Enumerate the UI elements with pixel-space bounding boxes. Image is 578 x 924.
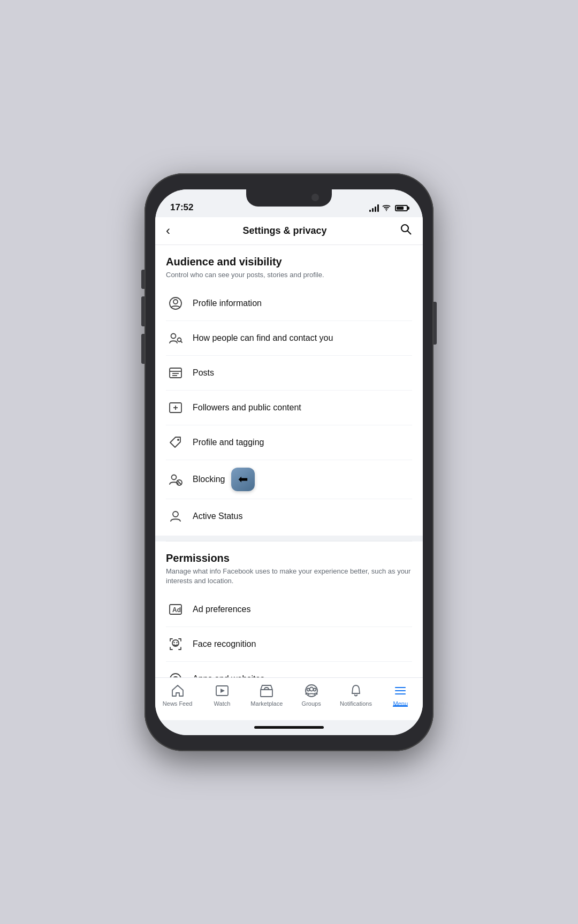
- svg-point-43: [307, 688, 309, 691]
- signal-icon: [369, 204, 379, 212]
- menu-item-ad-preferences[interactable]: Ad Ad preferences: [166, 592, 412, 627]
- nav-item-notifications[interactable]: Notifications: [333, 683, 378, 707]
- person-dot-icon: [166, 507, 185, 526]
- phone-screen: 17:52: [155, 189, 423, 735]
- scroll-area: Audience and visibility Control who can …: [155, 245, 423, 677]
- nav-label-watch: Watch: [214, 700, 231, 707]
- storefront-icon: [259, 683, 274, 698]
- section-permissions: Permissions Manage what info Facebook us…: [155, 541, 423, 677]
- svg-line-2: [408, 231, 412, 235]
- nav-item-news-feed[interactable]: News Feed: [155, 683, 200, 707]
- back-arrow-emoji: ⬅: [231, 468, 255, 491]
- menu-item-followers[interactable]: Followers and public content: [166, 391, 412, 425]
- menu-item-blocking[interactable]: Blocking ⬅: [166, 460, 412, 499]
- svg-point-44: [313, 688, 316, 691]
- status-bar: 17:52: [155, 189, 423, 217]
- menu-label-followers: Followers and public content: [193, 403, 301, 413]
- phone-frame: 17:52: [144, 173, 434, 751]
- svg-point-23: [173, 642, 174, 643]
- page-title: Settings & privacy: [242, 225, 326, 236]
- nav-label-notifications: Notifications: [340, 700, 372, 707]
- svg-rect-40: [261, 690, 272, 697]
- play-square-icon: [215, 683, 230, 698]
- notch: [246, 189, 332, 207]
- home-icon: [170, 683, 185, 698]
- menu-item-posts[interactable]: Posts: [166, 356, 412, 391]
- svg-point-24: [176, 642, 177, 643]
- svg-line-7: [181, 341, 182, 342]
- volume-up-button: [141, 296, 144, 326]
- front-camera: [311, 194, 319, 201]
- nav-item-groups[interactable]: Groups: [289, 683, 333, 707]
- nav-item-menu[interactable]: Menu: [378, 683, 423, 707]
- menu-active-indicator: [393, 705, 408, 707]
- section-permissions-subtitle: Manage what info Facebook uses to make y…: [166, 567, 412, 586]
- groups-circle-icon: [304, 683, 319, 698]
- menu-label-blocking: Blocking: [193, 475, 225, 484]
- search-button[interactable]: [399, 223, 412, 239]
- svg-point-4: [173, 300, 178, 304]
- person-circle-icon: [166, 294, 185, 313]
- followers-plus-icon: [166, 398, 185, 417]
- nav-item-watch[interactable]: Watch: [200, 683, 244, 707]
- menu-label-posts: Posts: [193, 368, 214, 378]
- menu-lines-icon: [393, 683, 408, 698]
- menu-item-apps-websites[interactable]: Apps and websites: [166, 662, 412, 677]
- svg-point-19: [173, 511, 178, 517]
- menu-item-find-contact[interactable]: How people can find and contact you: [166, 321, 412, 356]
- volume-mute-button: [141, 270, 144, 289]
- volume-down-button: [141, 334, 144, 364]
- home-indicator: [155, 720, 423, 735]
- nav-label-marketplace: Marketplace: [250, 700, 283, 707]
- nav-item-marketplace[interactable]: Marketplace: [245, 683, 289, 707]
- svg-text:Ad: Ad: [172, 606, 181, 614]
- page-header: ‹ Settings & privacy: [155, 217, 423, 245]
- menu-label-profile-info: Profile information: [193, 299, 262, 308]
- menu-label-profile-tagging: Profile and tagging: [193, 438, 264, 447]
- tag-icon: [166, 433, 185, 452]
- section-audience: Audience and visibility Control who can …: [155, 245, 423, 536]
- people-search-icon: [166, 329, 185, 348]
- svg-marker-39: [220, 689, 225, 693]
- section-audience-subtitle: Control who can see your posts, stories …: [166, 270, 412, 280]
- svg-point-0: [386, 210, 387, 211]
- menu-label-find-contact: How people can find and contact you: [193, 333, 333, 343]
- svg-point-42: [309, 687, 313, 691]
- svg-point-5: [171, 333, 176, 338]
- ad-box-icon: Ad: [166, 600, 185, 619]
- face-scan-icon: [166, 635, 185, 654]
- svg-rect-8: [170, 368, 181, 378]
- menu-label-active-status: Active Status: [193, 511, 242, 521]
- home-bar: [254, 726, 324, 729]
- bottom-navigation: News Feed Watch: [155, 677, 423, 720]
- menu-item-profile-info[interactable]: Profile information: [166, 286, 412, 321]
- svg-point-1: [401, 225, 408, 232]
- status-icons: [369, 204, 408, 213]
- blocking-label-row: Blocking ⬅: [193, 468, 412, 491]
- back-button[interactable]: ‹: [166, 223, 170, 238]
- menu-item-profile-tagging[interactable]: Profile and tagging: [166, 425, 412, 460]
- nav-label-news-feed: News Feed: [163, 700, 193, 707]
- refresh-circle-icon: [166, 669, 185, 677]
- power-button: [434, 302, 437, 345]
- svg-point-16: [172, 475, 177, 479]
- section-audience-title: Audience and visibility: [166, 256, 412, 268]
- menu-label-face-recognition: Face recognition: [193, 639, 256, 649]
- bell-icon: [348, 683, 363, 698]
- section-permissions-title: Permissions: [166, 552, 412, 564]
- menu-item-face-recognition[interactable]: Face recognition: [166, 627, 412, 662]
- posts-box-icon: [166, 363, 185, 383]
- wifi-icon: [382, 204, 391, 213]
- status-time: 17:52: [170, 202, 193, 213]
- menu-label-ad-preferences: Ad preferences: [193, 605, 251, 614]
- battery-icon: [395, 205, 408, 211]
- menu-item-active-status[interactable]: Active Status: [166, 499, 412, 533]
- person-block-icon: [166, 470, 185, 489]
- svg-point-15: [177, 439, 179, 441]
- nav-label-groups: Groups: [302, 700, 321, 707]
